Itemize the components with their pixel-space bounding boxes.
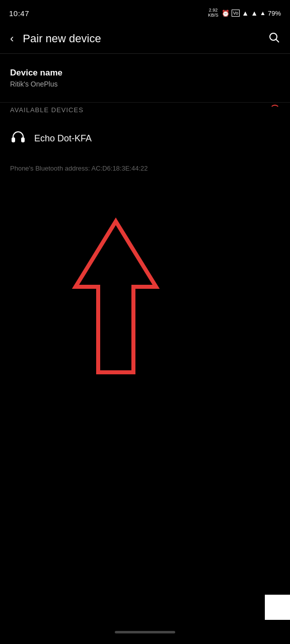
- page-title: Pair new device: [23, 32, 101, 45]
- headphone-icon: [10, 129, 26, 148]
- headphones-svg: [10, 129, 26, 145]
- search-icon: [268, 31, 280, 43]
- section-divider: [0, 102, 290, 103]
- status-icons: 2.92 KB/S ⏰ Vo ▲ ▲ ▲✕ 79%: [208, 8, 281, 18]
- device-item[interactable]: Echo Dot-KFA: [10, 123, 280, 154]
- available-header: AVAILABLE DEVICES: [10, 105, 280, 115]
- vol-icon: Vo: [232, 10, 240, 17]
- white-square-decoration: [265, 595, 290, 620]
- svg-marker-4: [76, 221, 156, 372]
- status-time: 10:47: [9, 9, 29, 18]
- bluetooth-address: Phone's Bluetooth address: AC:D6:18:3E:4…: [0, 154, 290, 172]
- svg-line-1: [276, 40, 279, 43]
- device-name-value: Ritik's OnePlus: [10, 80, 280, 88]
- header: ‹ Pair new device: [0, 24, 290, 54]
- svg-rect-3: [22, 138, 24, 142]
- back-button[interactable]: ‹: [6, 30, 18, 47]
- svg-point-0: [270, 33, 277, 40]
- status-bar: 10:47 2.92 KB/S ⏰ Vo ▲ ▲ ▲✕ 79%: [0, 0, 290, 24]
- network-speed: 2.92 KB/S: [208, 8, 219, 18]
- bottom-nav-bar: [0, 620, 290, 644]
- search-button[interactable]: [268, 31, 280, 46]
- svg-rect-2: [12, 138, 15, 142]
- device-name-label: Device name: [10, 68, 280, 78]
- battery-level: 79%: [268, 10, 281, 17]
- available-devices-label: AVAILABLE DEVICES: [10, 106, 84, 114]
- home-pill: [115, 631, 175, 633]
- content: Device name Ritik's OnePlus AVAILABLE DE…: [0, 54, 290, 172]
- alarm-icon: ⏰: [222, 10, 230, 17]
- available-devices-section: AVAILABLE DEVICES Echo Dot-KFA: [0, 105, 290, 154]
- no-signal-icon: ▲✕: [260, 10, 266, 17]
- device-name-section: Device name Ritik's OnePlus: [0, 54, 290, 100]
- device-item-name: Echo Dot-KFA: [34, 133, 92, 144]
- signal-icon: ▲: [251, 9, 258, 17]
- red-arrow-annotation: [50, 216, 181, 397]
- wifi-icon: ▲: [242, 9, 249, 17]
- header-left: ‹ Pair new device: [6, 30, 101, 47]
- spinner-arc: [270, 105, 280, 115]
- loading-spinner: [270, 105, 280, 115]
